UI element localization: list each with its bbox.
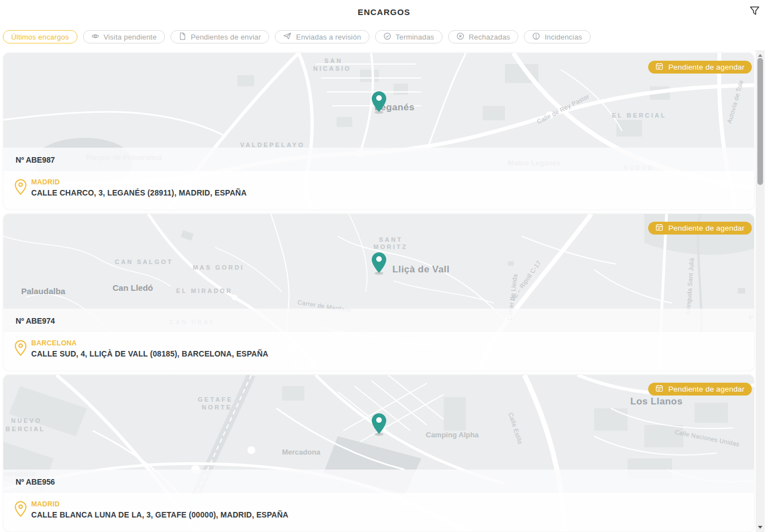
scroll-down-arrow[interactable] <box>756 523 765 531</box>
address-row: MADRID CALLE BLANCA LUNA DE LA, 3, GETAF… <box>3 493 754 531</box>
map-label: NICASIO <box>313 65 351 72</box>
map-label: SAN <box>324 57 343 64</box>
status-badge: Pendiente de agendar <box>648 61 752 74</box>
map-label: Can Lledó <box>113 283 153 292</box>
map-label: Los Llanos <box>630 396 683 407</box>
address-text: CALLE BLANCA LUNA DE LA, 3, GETAFE (0000… <box>31 510 289 519</box>
status-badge: Pendiente de agendar <box>648 222 752 235</box>
map-pin-icon <box>371 91 387 116</box>
order-number-row: Nº ABE956 <box>3 470 754 493</box>
map-label: Lliçà de Vall <box>392 264 450 275</box>
location-pin-icon <box>14 340 27 359</box>
status-badge-label: Pendiente de agendar <box>668 63 745 71</box>
map-pin-icon <box>371 252 387 277</box>
chip-label: Terminadas <box>396 33 434 41</box>
check-circle-icon <box>383 32 391 42</box>
filter-chipbar: Últimos encargos Visita pendiente Pendie… <box>3 30 591 43</box>
order-number: Nº ABE956 <box>16 477 55 486</box>
address-row: BARCELONA CALLE SUD, 4, LLIÇÀ DE VALL (0… <box>3 332 754 370</box>
map-label: BERCIAL <box>6 426 45 432</box>
calendar-icon <box>655 223 663 233</box>
chip-rechazadas[interactable]: Rechazadas <box>448 30 518 43</box>
address-row: MADRID CALLE CHARCO, 3, LEGANÉS (28911),… <box>3 171 754 209</box>
order-number-row: Nº ABE987 <box>3 148 754 171</box>
map-label: EL BERCIAL <box>612 112 667 119</box>
map-label: EL MIRADOR <box>176 287 232 294</box>
map-pin-icon <box>371 413 387 438</box>
map-label: NORTE <box>202 404 232 411</box>
chip-label: Pendientes de enviar <box>191 33 261 41</box>
map-label: Mercadona <box>282 448 320 456</box>
map-label: Palaudalba <box>21 286 65 296</box>
encargos-page: ENCARGOS Últimos encargos Visita pendien… <box>0 0 768 532</box>
page-title: ENCARGOS <box>0 7 768 17</box>
scrollbar-thumb[interactable] <box>757 58 763 185</box>
x-circle-icon <box>456 32 464 42</box>
status-badge: Pendiente de agendar <box>648 383 752 396</box>
eye-icon <box>91 32 99 42</box>
alert-circle-icon <box>532 32 540 42</box>
chip-label: Últimos encargos <box>11 33 69 41</box>
status-badge-label: Pendiente de agendar <box>668 224 745 232</box>
chip-label: Visita pendiente <box>104 33 157 41</box>
order-number: Nº ABE987 <box>16 155 55 164</box>
order-number-row: Nº ABE974 <box>3 309 754 332</box>
calendar-icon <box>655 62 663 72</box>
encargo-card[interactable]: Pendiente de agendar CAN SALGOTMAS GORDI… <box>3 214 754 370</box>
chip-visita-pendiente[interactable]: Visita pendiente <box>83 30 165 43</box>
chip-label: Incidencias <box>545 33 582 41</box>
map-label: MAS GORDI <box>193 264 244 271</box>
city-label: MADRID <box>31 178 247 186</box>
send-icon <box>283 32 291 41</box>
city-label: BARCELONA <box>31 339 269 347</box>
map-label: Camping Alpha <box>426 431 479 439</box>
chip-ultimos-encargos[interactable]: Últimos encargos <box>3 30 77 43</box>
map-label: SANT <box>379 236 403 243</box>
location-pin-icon <box>14 179 27 198</box>
status-badge-label: Pendiente de agendar <box>668 385 745 393</box>
calendar-icon <box>655 384 663 394</box>
order-number: Nº ABE974 <box>16 316 55 325</box>
map-label: NUEVO <box>11 417 42 424</box>
map-label: MORITZ <box>373 243 407 250</box>
map-label: GETAFE <box>198 396 233 403</box>
map-label: CAN SALGOT <box>115 258 173 265</box>
chip-pendientes-de-enviar[interactable]: Pendientes de enviar <box>171 30 269 43</box>
encargo-card[interactable]: Pendiente de agendar SANNICASIOLeganésCa… <box>3 53 754 209</box>
address-text: CALLE SUD, 4, LLIÇÀ DE VALL (08185), BAR… <box>31 349 269 358</box>
scrollbar <box>756 50 765 532</box>
funnel-icon <box>749 6 760 18</box>
city-label: MADRID <box>31 500 289 508</box>
chip-terminadas[interactable]: Terminadas <box>375 30 443 43</box>
chip-enviadas-a-revision[interactable]: Enviadas a revisión <box>275 30 370 43</box>
encargo-card[interactable]: Pendiente de agendar GETAFENORTENUEVOBER… <box>3 375 754 531</box>
chip-label: Rechazadas <box>469 33 510 41</box>
address-text: CALLE CHARCO, 3, LEGANÉS (28911), MADRID… <box>31 188 247 197</box>
chip-incidencias[interactable]: Incidencias <box>524 30 590 43</box>
chip-label: Enviadas a revisión <box>296 33 361 41</box>
location-pin-icon <box>14 501 27 520</box>
document-icon <box>179 32 186 42</box>
filter-button[interactable] <box>748 5 761 18</box>
